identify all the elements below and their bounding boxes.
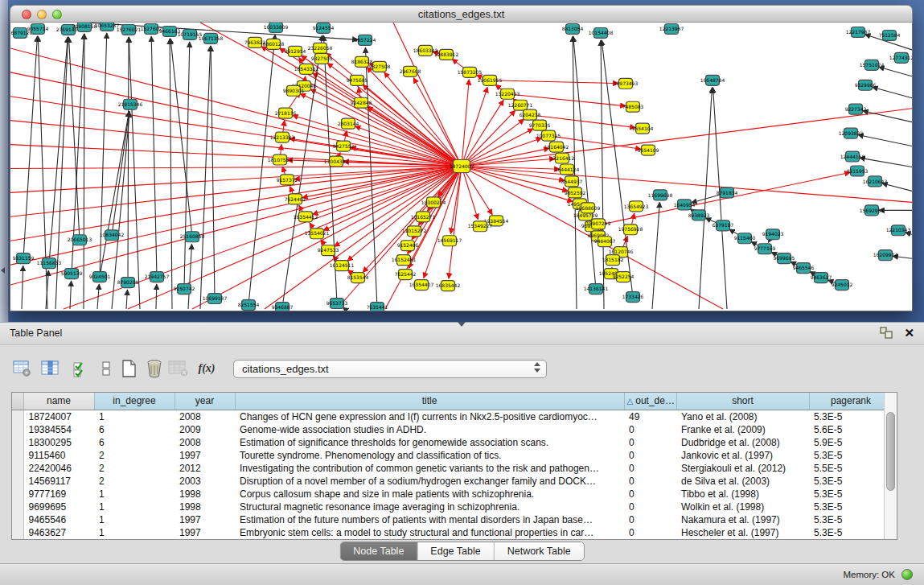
citation-edge-black bbox=[863, 111, 912, 122]
node-label: 16152481 bbox=[392, 257, 417, 262]
table-panel: Table Panel ✕ bbox=[0, 322, 924, 563]
window-titlebar[interactable]: citations_edges.txt bbox=[10, 5, 913, 23]
node-label: 18164042 bbox=[544, 144, 569, 150]
column-header-short[interactable]: short bbox=[676, 393, 809, 410]
table-row[interactable]: 2242004622012Investigating the contribut… bbox=[12, 462, 893, 475]
table-cell: 6 bbox=[94, 436, 175, 449]
citation-edge-black bbox=[151, 36, 157, 277]
table-cell: 18300295 bbox=[23, 436, 94, 449]
citation-edge-black bbox=[84, 34, 84, 309]
table-cell: 1 bbox=[94, 513, 175, 526]
citation-edge-black bbox=[699, 88, 712, 309]
table-row[interactable]: 946362711997Embryonic stem cells: a mode… bbox=[12, 526, 893, 539]
node-label: 9252254 bbox=[613, 274, 634, 279]
node-label: 9242848 bbox=[351, 100, 372, 105]
unselect-all-columns-icon[interactable] bbox=[95, 358, 117, 379]
node-label: 15692951 bbox=[860, 208, 885, 213]
table-cell: Dudbridge et al. (2008) bbox=[676, 436, 809, 449]
node-label: 10077325 bbox=[536, 133, 561, 138]
node-label: 11015272 bbox=[402, 228, 427, 233]
table-cell: Tourette syndrome. Phenomenology and cla… bbox=[235, 449, 624, 462]
tab-network-table[interactable]: Network Table bbox=[495, 542, 584, 560]
table-row[interactable]: 969969511998Structural magnetic resonanc… bbox=[12, 501, 893, 513]
table-row[interactable]: 1456911722003Disruption of a novel membe… bbox=[12, 475, 893, 488]
table-scrollbar[interactable] bbox=[884, 393, 897, 539]
column-header-pagerank[interactable]: pagerank bbox=[809, 393, 893, 410]
column-header-name[interactable]: name bbox=[23, 393, 94, 410]
memory-status-indicator[interactable] bbox=[901, 569, 913, 580]
tab-node-table[interactable]: Node Table bbox=[340, 542, 417, 560]
citation-edge-black bbox=[365, 47, 377, 307]
function-builder-icon[interactable]: f(x) bbox=[195, 358, 218, 379]
table-row[interactable]: 1830029562008Estimation of significance … bbox=[12, 436, 893, 449]
table-row[interactable]: 1938455462009Genome-wide association stu… bbox=[12, 423, 893, 436]
tab-edge-table[interactable]: Edge Table bbox=[417, 542, 494, 560]
table-cell: 19384554 bbox=[23, 423, 94, 436]
citation-edge-black bbox=[200, 46, 211, 309]
table-row[interactable]: 977716911998Corpus callosum shape and si… bbox=[12, 488, 893, 501]
network-canvas[interactable]: 1687912090557142769140621908158106532871… bbox=[10, 23, 913, 311]
column-header-in_degree[interactable]: in_degree bbox=[94, 393, 175, 410]
node-label: 10699187 bbox=[203, 295, 228, 301]
node-label: 12213383 bbox=[270, 134, 295, 140]
node-label: 12774312 bbox=[889, 55, 912, 60]
status-bar: Memory: OK bbox=[0, 563, 924, 585]
table-select-combo[interactable]: citations_edges.txt bbox=[233, 360, 547, 378]
citation-edge-black bbox=[601, 40, 604, 309]
row-gutter bbox=[12, 488, 23, 501]
node-label: 16835442 bbox=[436, 282, 461, 288]
panel-collapse-arrow-icon[interactable] bbox=[1, 267, 5, 274]
column-header-title[interactable]: title bbox=[235, 393, 624, 410]
node-label: 9554104 bbox=[632, 126, 654, 131]
table-row[interactable]: 911546021997Tourette syndrome. Phenomeno… bbox=[12, 449, 893, 462]
table-cell: 9115460 bbox=[23, 449, 94, 462]
table-cell: 6 bbox=[94, 423, 175, 436]
split-collapse-icon[interactable] bbox=[458, 322, 466, 327]
table-cell: 0 bbox=[624, 488, 676, 501]
node-label: 16444124 bbox=[555, 167, 580, 172]
node-label: 10154408 bbox=[589, 30, 614, 35]
row-gutter bbox=[12, 462, 23, 475]
table-row[interactable]: 946554611997Estimation of the future num… bbox=[12, 513, 893, 526]
network-view-window[interactable]: citations_edges.txt 16879120905571427691… bbox=[10, 5, 913, 311]
new-column-icon[interactable] bbox=[117, 358, 140, 379]
table-cell: 2012 bbox=[175, 462, 235, 475]
show-columns-icon[interactable] bbox=[39, 358, 62, 379]
node-label: 1815182 bbox=[602, 257, 624, 262]
delete-column-icon[interactable] bbox=[143, 358, 166, 379]
node-label: 12093832 bbox=[839, 130, 864, 136]
table-cell: Jankovic et al. (1997) bbox=[676, 449, 809, 462]
table-cell: Yano et al. (2008) bbox=[676, 410, 809, 423]
column-header-out_de[interactable]: △out_de… bbox=[624, 393, 676, 410]
select-all-columns-icon[interactable] bbox=[69, 358, 92, 379]
node-label: 7635441 bbox=[367, 304, 388, 310]
table-mode-icon[interactable] bbox=[11, 358, 34, 379]
close-panel-icon[interactable]: ✕ bbox=[904, 326, 914, 340]
table-cell: 5.3E-5 bbox=[809, 513, 893, 526]
node-label: 9484067 bbox=[594, 238, 616, 244]
table-row[interactable]: 1872400712008Changes of HCN gene express… bbox=[12, 410, 893, 423]
column-header-year[interactable]: year bbox=[175, 393, 235, 410]
table-cell: 2 bbox=[94, 462, 175, 475]
node-label: 8938923 bbox=[688, 212, 710, 218]
table-cell: 2009 bbox=[175, 423, 235, 436]
table-cell: 22420046 bbox=[23, 462, 94, 475]
row-gutter bbox=[12, 423, 23, 436]
node-label: 1733426 bbox=[622, 294, 644, 299]
delete-table-icon[interactable] bbox=[167, 358, 190, 379]
node-label: 10973493 bbox=[614, 80, 639, 86]
node-label: 9331159 bbox=[13, 255, 35, 261]
node-label: 16671358 bbox=[199, 35, 224, 41]
network-graph: 1687912090557142769140621908158106532871… bbox=[10, 23, 912, 311]
scrollbar-thumb[interactable] bbox=[886, 412, 895, 491]
node-label: 21942757 bbox=[145, 274, 170, 279]
control-panel-collapsed-strip[interactable] bbox=[0, 0, 9, 322]
citation-edge-red bbox=[367, 67, 462, 166]
window-title: citations_edges.txt bbox=[10, 8, 912, 20]
node-label: 8251554 bbox=[238, 302, 260, 307]
node-label: 18724007 bbox=[450, 163, 474, 169]
float-panel-icon[interactable] bbox=[880, 327, 893, 340]
table-cell: 9699695 bbox=[23, 501, 94, 513]
table-cell: Changes of HCN gene expression and I(f) … bbox=[235, 410, 624, 423]
table-cell: 9777169 bbox=[23, 488, 94, 501]
